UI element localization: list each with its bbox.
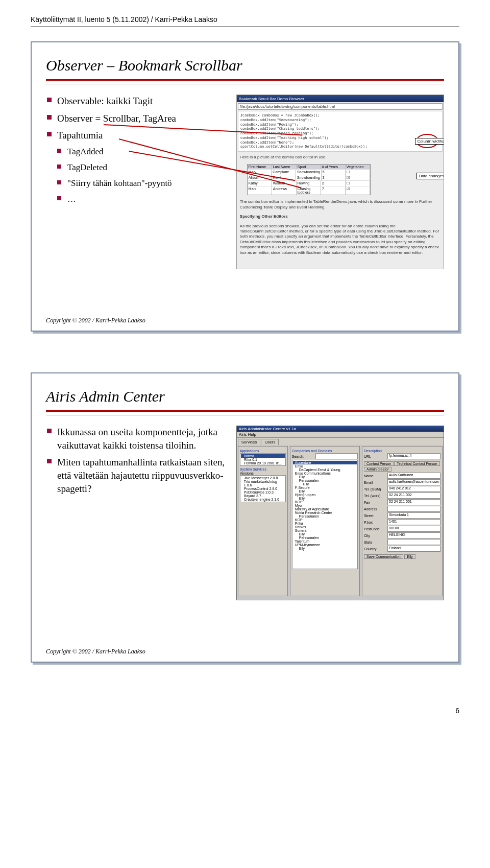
tree-item[interactable]: Hjärtgruppen [293, 493, 357, 497]
slide1-copyright: Copyright © 2002 / Karri-Pekka Laakso [46, 317, 145, 324]
field-label: PostCode [364, 527, 387, 531]
company-tree[interactable]: AccentureEnsoDaCapiemi Ernst & YoungEnso… [292, 460, 358, 569]
field-label: Email [364, 481, 387, 484]
page-number: 6 [455, 707, 459, 715]
search-label: Search: [292, 455, 315, 458]
url-value[interactable]: fp.femma.ac.fi [387, 453, 440, 459]
tree-item[interactable]: Perssonalen [293, 536, 357, 539]
bullet-item: Tapahtumia [46, 129, 229, 142]
contact-button[interactable]: Contact Person [364, 461, 394, 466]
tree-item[interactable]: Elly [293, 547, 357, 550]
tree-item[interactable]: Talentum [293, 539, 357, 543]
list-item[interactable]: Creuteler engine 2.1.0 [241, 498, 285, 501]
bullet-item: Observable: kaikki Tagit [46, 95, 229, 108]
field-value[interactable]: HELSINKI [387, 532, 440, 538]
demo-table: First NameLast NameSport# of YearsVegeta… [247, 164, 371, 195]
list-item[interactable]: PsDbService 2.0.3 [241, 490, 285, 494]
body-text-1: The combo box editor is implemented in T… [237, 197, 444, 212]
page-header: Käyttöliittymät II, luento 5 (5.11.2002)… [31, 15, 459, 24]
field-label: P.box [364, 521, 387, 524]
tree-item[interactable]: Prika [293, 522, 357, 525]
tree-item[interactable]: Perssonalen [293, 514, 357, 518]
slide2-title: Airis Admin Center [46, 388, 444, 405]
tree-item[interactable]: Elly [293, 475, 357, 479]
url-label: URL [364, 455, 387, 458]
field-value[interactable]: aulis.karttunen@accenture.com [387, 479, 440, 485]
tree-item[interactable]: Elly [293, 497, 357, 500]
list-item[interactable]: Riba 0.1 [241, 458, 285, 461]
tree-item[interactable]: Myo [293, 504, 357, 507]
field-value[interactable]: 02 24 211 002 [387, 492, 440, 499]
slide2-bullets: Ikkunassa on useita komponentteja, jotka… [46, 426, 229, 600]
slide1-screenshot: Bookmark Scroll Bar Demo Browser file:/j… [236, 95, 444, 269]
admin-menu: Airis Help [237, 432, 444, 438]
field-label: State [364, 541, 387, 544]
contact-button[interactable]: Admin creator [364, 467, 391, 472]
list-item[interactable]: ProcessControl 2.8.0 [241, 487, 285, 490]
slide2-screenshot: Airis Administrator Centre v1.1a Airis H… [236, 426, 444, 600]
tree-item[interactable]: Ministry of Agriculture [293, 507, 357, 511]
tree-item[interactable]: F-Secure [293, 486, 357, 489]
slide1-bullets: Observable: kaikki TagitObserver = Scrol… [46, 95, 229, 269]
tree-item[interactable]: Elly [293, 482, 357, 486]
save-button[interactable]: Save Communication [364, 554, 403, 559]
slide2-copyright: Copyright © 2002 / Karri-Pekka Laakso [46, 648, 145, 655]
elly-button[interactable]: Elly [404, 554, 415, 559]
bullet-item: TagDeleted [46, 162, 229, 174]
slide1-title: Observer – Bookmark Scrollbar [46, 57, 444, 74]
callout-data-changes: Data changes [416, 173, 444, 179]
tab[interactable]: Services [238, 439, 261, 445]
versions-label: Versions [240, 472, 286, 475]
tree-item[interactable]: UPM-Kymmene [293, 543, 357, 547]
bullet-item: … [46, 194, 229, 205]
title-underline [46, 410, 444, 412]
tree-item[interactable]: Nokia Research Center [293, 511, 357, 514]
list-item[interactable]: Varma [241, 454, 285, 458]
group-companies: Companies and Domains [292, 449, 358, 453]
tree-item[interactable]: KOP [293, 500, 357, 504]
tree-item[interactable]: Enso Communications [293, 472, 357, 475]
field-value[interactable]: 02 24 211 001 [387, 499, 440, 505]
group-applications: Applications [240, 449, 286, 453]
tree-item[interactable]: Perssonalen [293, 479, 357, 482]
field-value[interactable]: 00100 [387, 526, 440, 532]
search-input[interactable] [315, 453, 358, 459]
tree-item[interactable]: Elly [293, 489, 357, 493]
field-label: Tel. (work) [364, 494, 387, 498]
list-item[interactable]: Jive Messenger 2.0.8 [241, 476, 285, 480]
title-underline-thin [46, 415, 444, 415]
field-label: Fax [364, 501, 387, 504]
bullet-item: TagAdded [46, 146, 229, 158]
heading-other-editors: Specifying Other Editors [237, 212, 444, 221]
contact-button[interactable]: Technical Contact Person [394, 461, 439, 466]
tree-item[interactable]: Elly [293, 532, 357, 536]
field-value[interactable] [387, 539, 440, 545]
tree-item[interactable]: Sonera [293, 529, 357, 532]
field-value[interactable]: Finland [387, 546, 440, 552]
field-value[interactable]: 1401 [387, 519, 440, 525]
bullet-item: Observer = Scrollbar, TagArea [46, 112, 229, 125]
shot-titlebar: Bookmark Scroll Bar Demo Browser [237, 95, 444, 102]
group-system-services: System Services [240, 467, 286, 471]
field-label: Name [364, 474, 387, 478]
tree-item[interactable]: Enso [293, 464, 357, 468]
field-label: Address [364, 507, 387, 511]
list-item[interactable]: Femma 29.10.2001 8:… [241, 461, 285, 465]
field-value[interactable]: 040 2412 912 [387, 486, 440, 492]
field-value[interactable]: Simonkatu 1 [387, 512, 440, 519]
tree-item[interactable]: KOP [293, 518, 357, 522]
tree-item[interactable]: DaCapiemi Ernst & Young [293, 468, 357, 472]
bullet-item: "Siirry tähän kohtaan"-pyyntö [46, 178, 229, 190]
code-snippet: JComboBox comboBox = new JComboBox();com… [238, 111, 443, 152]
admin-right-panel: Description URL fp.femma.ac.fi Contact P… [362, 446, 443, 596]
tree-item[interactable]: Ratkos [293, 525, 357, 529]
field-value[interactable] [387, 506, 440, 512]
picture-label: Here is a picture of the combo box edito… [237, 153, 444, 162]
title-underline [46, 79, 444, 81]
list-item[interactable]: Trio marketwatchdog 1.0.6 [241, 480, 285, 487]
field-value[interactable]: Aulis Karttunen [387, 473, 440, 479]
tab[interactable]: Users [261, 439, 279, 445]
list-item[interactable]: Bayard 2.7… [241, 494, 285, 498]
slide-1: Observer – Bookmark Scrollbar Observable… [31, 41, 459, 332]
tree-item[interactable]: Accenture [293, 461, 357, 464]
